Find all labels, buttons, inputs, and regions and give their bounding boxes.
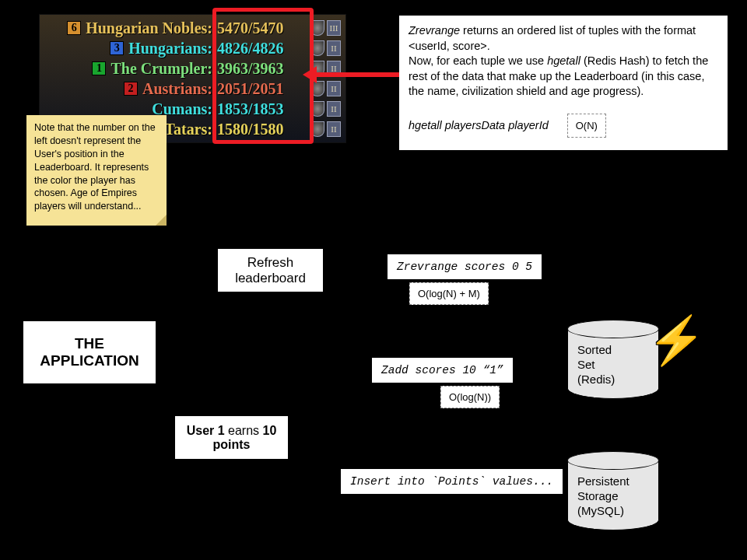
application-box: THE APPLICATION <box>23 321 156 383</box>
redis-db: Sorted Set (Redis) <box>567 320 661 399</box>
zadd-complexity: O(log(N)) <box>440 386 500 408</box>
player-name: Tatars: <box>165 121 212 138</box>
player-badges: II <box>310 121 341 137</box>
refresh-leaderboard-box: Refresh leaderboard <box>218 249 323 292</box>
player-badges: III <box>310 20 341 36</box>
zrevrange-complexity: O(log(N) + M) <box>409 282 489 305</box>
player-name: The Crumpler: <box>110 60 212 78</box>
age-badge: II <box>327 81 341 96</box>
user-earns-points-box: User 1 earns 10 points <box>175 416 288 459</box>
arrow-to-leaderboard <box>315 72 399 77</box>
player-name: Hungarian Nobles: <box>86 19 212 37</box>
sql-insert-command-box: Insert into `Points` values... <box>341 469 563 494</box>
mysql-db: Persistent Storage (MySQL) <box>567 451 661 530</box>
zrevrange-command-box: Zrevrange scores 0 5 <box>388 254 542 279</box>
hgetall-term: hgetall <box>547 54 580 67</box>
age-badge: II <box>327 40 341 56</box>
player-badges: II <box>310 40 341 56</box>
redis-label-1: Sorted <box>577 343 651 358</box>
age-badge: III <box>327 20 341 36</box>
player-name: Austrians: <box>142 80 212 98</box>
mysql-label-1: Persistent <box>577 474 651 489</box>
player-badges: II <box>310 101 341 117</box>
redis-label-3: (Redis) <box>577 373 651 387</box>
age-badge: II <box>327 101 341 117</box>
mysql-label-3: (MySQL) <box>577 504 651 519</box>
player-color-badge: 1 <box>92 61 106 75</box>
hgetall-complexity: O(N) <box>567 114 606 138</box>
player-color-badge: 6 <box>67 21 81 35</box>
player-name: Hungarians: <box>128 40 212 58</box>
mysql-label-2: Storage <box>577 489 651 504</box>
player-color-badge: 3 <box>110 41 124 55</box>
hgetall-command: hgetall playersData playerId <box>409 118 549 134</box>
age-badge: II <box>327 121 341 137</box>
explanation-line2a: Now, for each tuple we use <box>409 54 547 67</box>
score-highlight-box <box>212 8 314 144</box>
sticky-note: Note that the number on the left doesn't… <box>26 115 167 226</box>
redis-label-2: Set <box>577 358 651 373</box>
player-color-badge: 2 <box>124 82 138 96</box>
player-badges: II <box>310 81 341 96</box>
explanation-box: Zrevrange returns an ordered list of tup… <box>399 16 728 150</box>
zrevrange-term: Zrevrange <box>409 24 460 37</box>
zadd-command-box: Zadd scores 10 “1” <box>372 358 513 383</box>
